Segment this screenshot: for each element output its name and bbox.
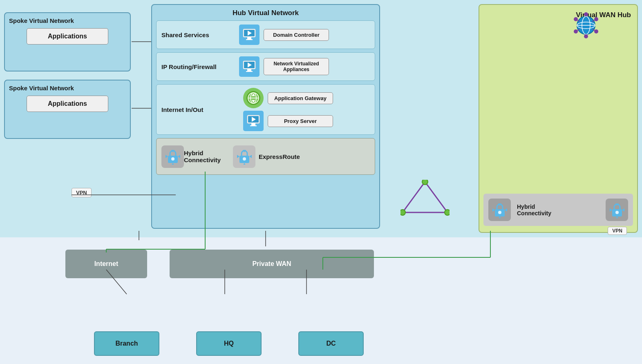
svg-rect-2 — [246, 39, 253, 40]
svg-marker-52 — [492, 208, 495, 212]
svg-rect-6 — [247, 69, 251, 71]
svg-marker-58 — [610, 208, 612, 212]
spoke-bottom-app-box: Applications — [27, 96, 108, 112]
private-wan-box: Private WAN — [170, 250, 374, 278]
wan-hybrid-lock-icon-1 — [488, 199, 511, 221]
wan-hub-title: Virtual WAN Hub — [485, 11, 631, 19]
shared-services-monitor-icon — [239, 25, 259, 45]
shared-services-icons: Domain Controller — [239, 25, 370, 45]
branch-label: Branch — [115, 340, 138, 347]
ip-routing-icons: Network VirtualizedAppliances — [239, 56, 370, 77]
spoke-bottom-title: Spoke Virtual Network — [9, 85, 126, 92]
branch-node: Branch — [94, 331, 159, 356]
virtual-wan-hub: Virtual WAN Hub — [479, 4, 638, 233]
svg-point-64 — [400, 210, 405, 215]
expressroute-triangle — [400, 180, 450, 218]
svg-marker-62 — [403, 182, 447, 212]
wan-globe-svg — [572, 11, 600, 40]
expressroute-triangle-svg — [400, 180, 450, 217]
ip-routing-monitor-icon — [239, 56, 259, 77]
svg-marker-31 — [249, 155, 252, 158]
svg-point-23 — [171, 157, 174, 161]
svg-marker-61 — [615, 217, 619, 218]
svg-rect-7 — [246, 71, 253, 72]
bottom-section: Internet Private WAN Branch HQ DC — [0, 237, 642, 364]
internet-inout-row: Internet In/Out — [161, 88, 370, 131]
spoke-virtual-network-bottom: Spoke Virtual Network Applications — [4, 80, 131, 139]
hub-title: Hub Virtual Network — [156, 9, 375, 17]
svg-rect-1 — [247, 37, 251, 39]
svg-marker-27 — [171, 163, 174, 165]
spoke-virtual-network-top: Spoke Virtual Network Applications — [4, 12, 131, 71]
hub-vpn-lock-icon — [161, 145, 184, 168]
wan-hybrid-section: HybridConnectivity VPN — [483, 194, 633, 226]
svg-point-65 — [445, 210, 450, 215]
lock-move-svg — [165, 148, 181, 165]
domain-controller-box: Domain Controller — [264, 29, 329, 41]
lock-move-svg-2 — [236, 148, 253, 165]
ip-routing-label: IP Routing/Firewall — [161, 63, 239, 70]
dc-node: DC — [298, 331, 364, 356]
hub-shared-services: Shared Services Domain Controller — [156, 20, 375, 49]
hub-ip-routing: IP Routing/Firewall Network VirtualizedA… — [156, 52, 375, 81]
spoke-top-title: Spoke Virtual Network — [9, 17, 126, 24]
svg-point-63 — [422, 180, 428, 185]
vpn-label-left: VPN — [72, 188, 92, 197]
proxy-server-box: Proxy Server — [268, 115, 333, 127]
internet-label: Internet — [94, 260, 119, 268]
express-route-label: ExpressRoute — [259, 153, 300, 160]
svg-point-29 — [243, 157, 246, 161]
svg-marker-24 — [166, 155, 168, 158]
application-gateway-box: Application Gateway — [268, 92, 333, 104]
wan-vpn-label: VPN — [608, 227, 627, 235]
hub-hybrid-label: HybridConnectivity — [184, 150, 221, 163]
wan-hybrid-lock-icon-2 — [606, 199, 628, 221]
svg-marker-25 — [178, 155, 180, 158]
wan-lock-svg-1 — [492, 202, 508, 218]
hq-node: HQ — [196, 331, 262, 356]
proxy-server-row: Proxy Server — [243, 111, 370, 131]
spoke-top-app-box: Applications — [27, 28, 108, 45]
gateway-svg — [246, 91, 260, 105]
hq-label: HQ — [224, 340, 234, 347]
private-wan-label: Private WAN — [252, 260, 291, 268]
monitor-svg — [242, 27, 257, 42]
internet-box: Internet — [65, 250, 147, 278]
svg-point-51 — [498, 211, 501, 214]
hub-hybrid-connectivity: HybridConnectivity ExpressRoute — [156, 138, 375, 175]
svg-marker-33 — [243, 163, 246, 165]
svg-rect-19 — [250, 125, 257, 126]
wan-globe-container — [572, 11, 600, 40]
app-gateway-row: Application Gateway — [243, 88, 370, 108]
internet-services: Application Gateway Proxy Server — [243, 88, 370, 131]
svg-marker-59 — [622, 208, 624, 212]
dc-label: DC — [326, 340, 336, 347]
hub-expressroute-lock-icon — [233, 145, 255, 168]
svg-rect-18 — [251, 123, 255, 125]
monitor-svg-2 — [242, 59, 257, 74]
network-appliances-box: Network VirtualizedAppliances — [264, 58, 329, 75]
shared-services-label: Shared Services — [161, 31, 239, 38]
hub-virtual-network: Hub Virtual Network Shared Services Doma… — [151, 4, 380, 229]
proxy-server-monitor-icon — [243, 111, 264, 131]
svg-marker-53 — [505, 208, 507, 212]
hub-internet-inout: Internet In/Out — [156, 84, 375, 135]
monitor-svg-3 — [246, 114, 261, 128]
svg-marker-30 — [237, 155, 239, 158]
wan-hybrid-label: HybridConnectivity — [517, 203, 599, 217]
svg-marker-55 — [498, 217, 501, 218]
internet-inout-label: Internet In/Out — [161, 106, 239, 113]
svg-point-57 — [615, 211, 619, 214]
app-gateway-icon — [243, 88, 264, 108]
wan-lock-svg-2 — [609, 202, 625, 218]
